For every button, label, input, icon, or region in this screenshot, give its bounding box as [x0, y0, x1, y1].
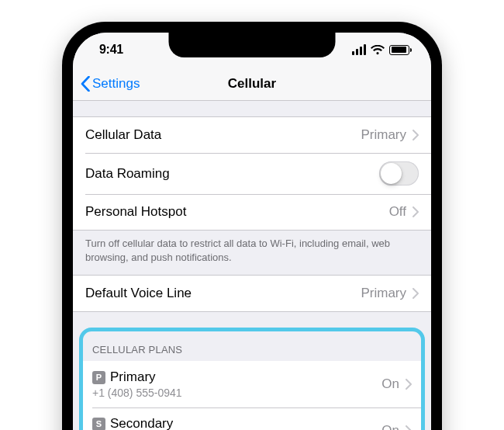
chevron-left-icon: [81, 76, 90, 92]
row-data-roaming[interactable]: Data Roaming: [73, 153, 431, 194]
back-label: Settings: [92, 76, 140, 92]
chevron-right-icon: [413, 288, 419, 299]
cellular-plans-header: CELLULAR PLANS: [83, 331, 421, 361]
wifi-icon: [371, 45, 385, 55]
content: Cellular Data Primary Data Roaming: [73, 101, 431, 430]
iphone-frame: 9:41 Settings Cellular: [62, 22, 442, 430]
chevron-right-icon: [406, 379, 412, 390]
battery-icon: [389, 45, 409, 55]
plan-badge-icon: S: [92, 418, 105, 430]
plan-name: Primary: [110, 369, 156, 385]
plan-row-secondary[interactable]: S Secondary +1 (408) 555-0942 On: [83, 407, 421, 430]
row-personal-hotspot[interactable]: Personal Hotspot Off: [73, 194, 431, 230]
data-roaming-label: Data Roaming: [85, 166, 170, 182]
group-data-footer: Turn off cellular data to restrict all d…: [73, 231, 431, 275]
cellular-signal-icon: [352, 44, 366, 55]
default-voice-label: Default Voice Line: [85, 286, 192, 301]
group-data: Cellular Data Primary Data Roaming: [73, 116, 431, 231]
data-roaming-toggle[interactable]: [379, 161, 419, 186]
back-button[interactable]: Settings: [81, 76, 228, 92]
personal-hotspot-label: Personal Hotspot: [85, 204, 186, 220]
chevron-right-icon: [413, 206, 419, 217]
status-time: 9:41: [99, 43, 123, 57]
screen: 9:41 Settings Cellular: [73, 33, 431, 430]
cellular-data-value: Primary: [361, 127, 406, 143]
plan-number: +1 (408) 555-0941: [92, 387, 182, 399]
row-default-voice-line[interactable]: Default Voice Line Primary: [73, 276, 431, 311]
plan-badge-icon: P: [92, 371, 105, 384]
plan-row-primary[interactable]: P Primary +1 (408) 555-0941 On: [83, 361, 421, 407]
group-plans: P Primary +1 (408) 555-0941 On: [83, 361, 421, 430]
cellular-data-label: Cellular Data: [85, 127, 161, 143]
chevron-right-icon: [406, 425, 412, 430]
row-cellular-data[interactable]: Cellular Data Primary: [73, 117, 431, 153]
personal-hotspot-value: Off: [389, 204, 406, 220]
cellular-plans-highlight: CELLULAR PLANS P Primary +1 (408) 555-09…: [79, 328, 425, 430]
notch: [169, 33, 336, 57]
group-voice: Default Voice Line Primary: [73, 275, 431, 312]
default-voice-value: Primary: [361, 286, 406, 301]
status-icons: [352, 44, 409, 55]
page-title: Cellular: [228, 76, 276, 92]
plan-status: On: [381, 376, 399, 392]
plan-name: Secondary: [110, 416, 173, 430]
plan-status: On: [381, 423, 399, 430]
chevron-right-icon: [413, 130, 419, 140]
nav-bar: Settings Cellular: [73, 67, 431, 101]
